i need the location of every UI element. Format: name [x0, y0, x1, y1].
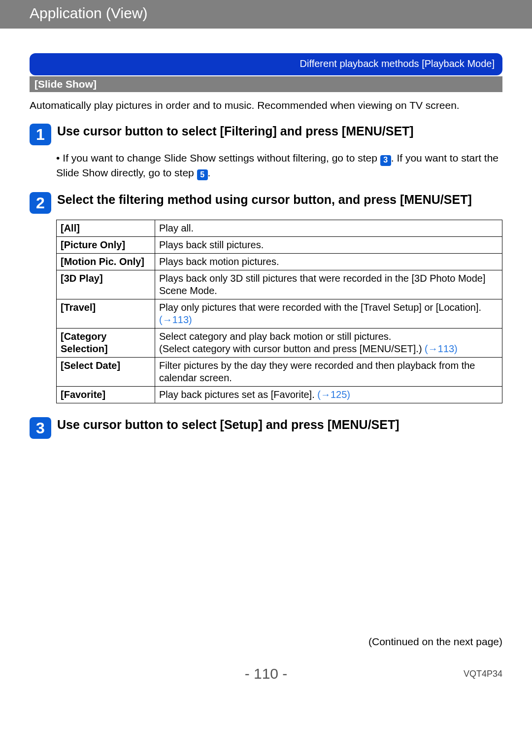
table-row: [All]Play all.	[57, 220, 502, 237]
header-title: Application (View)	[30, 5, 148, 21]
filter-value: Select category and play back motion or …	[155, 329, 502, 358]
step-1-bullet-post: .	[208, 167, 211, 178]
page-ref-link[interactable]: (→113)	[425, 343, 458, 354]
step-3: 3 Use cursor button to select [Setup] an…	[30, 417, 502, 439]
breadcrumb-text: Different playback methods [Playback Mod…	[300, 58, 495, 69]
page-number: - 110 -	[0, 665, 532, 682]
filter-key: [All]	[57, 220, 155, 237]
filter-key: [Category Selection]	[57, 329, 155, 358]
header-bar: Application (View)	[0, 0, 532, 29]
filter-value: Play only pictures that were recorded wi…	[155, 299, 502, 329]
step-3-title: Use cursor button to select [Setup] and …	[57, 417, 502, 432]
table-row: [Picture Only]Plays back still pictures.	[57, 237, 502, 254]
filter-value: Play back pictures set as [Favorite]. (→…	[155, 387, 502, 403]
filter-value: Filter pictures by the day they were rec…	[155, 358, 502, 387]
step-1: 1 Use cursor button to select [Filtering…	[30, 124, 502, 145]
step-1-bullet-pre: If you want to change Slide Show setting…	[63, 152, 380, 164]
section-subbar-text: [Slide Show]	[34, 78, 97, 90]
step-1-bullet: •If you want to change Slide Show settin…	[30, 151, 502, 180]
filter-key: [3D Play]	[57, 270, 155, 299]
filter-key: [Travel]	[57, 299, 155, 329]
filter-value-text: Select category and play back motion or …	[159, 331, 425, 354]
table-row: [3D Play]Plays back only 3D still pictur…	[57, 270, 502, 299]
intro-text: Automatically play pictures in order and…	[30, 99, 502, 112]
filter-methods-table: [All]Play all.[Picture Only]Plays back s…	[56, 220, 502, 403]
page-ref-link[interactable]: (→113)	[159, 314, 192, 325]
step-3-number-badge: 3	[30, 417, 51, 439]
table-row: [Favorite]Play back pictures set as [Fav…	[57, 387, 502, 403]
filter-value-text: Play only pictures that were recorded wi…	[159, 302, 481, 313]
section-subbar: [Slide Show]	[30, 76, 502, 92]
step-2: 2 Select the filtering method using curs…	[30, 192, 502, 214]
filter-value: Play all.	[155, 220, 502, 237]
inline-step-ref-5[interactable]: 5	[197, 169, 208, 180]
filter-value: Plays back motion pictures.	[155, 254, 502, 270]
filter-key: [Picture Only]	[57, 237, 155, 254]
filter-key: [Select Date]	[57, 358, 155, 387]
table-row: [Travel]Play only pictures that were rec…	[57, 299, 502, 329]
page-ref-link[interactable]: (→125)	[317, 389, 350, 400]
continued-note: (Continued on the next page)	[368, 636, 502, 648]
step-2-title: Select the filtering method using cursor…	[57, 192, 502, 207]
table-row: [Category Selection]Select category and …	[57, 329, 502, 358]
table-row: [Select Date]Filter pictures by the day …	[57, 358, 502, 387]
inline-step-ref-3[interactable]: 3	[380, 155, 391, 166]
bullet-dot-icon: •	[56, 152, 63, 164]
breadcrumb-banner: Different playback methods [Playback Mod…	[30, 53, 502, 75]
step-1-title: Use cursor button to select [Filtering] …	[57, 124, 502, 138]
filter-value-text: Play back pictures set as [Favorite].	[159, 389, 317, 400]
filter-key: [Favorite]	[57, 387, 155, 403]
filter-key: [Motion Pic. Only]	[57, 254, 155, 270]
table-row: [Motion Pic. Only]Plays back motion pict…	[57, 254, 502, 270]
filter-value: Plays back still pictures.	[155, 237, 502, 254]
document-id: VQT4P34	[464, 669, 502, 679]
step-2-number-badge: 2	[30, 192, 51, 214]
filter-value: Plays back only 3D still pictures that w…	[155, 270, 502, 299]
step-1-number-badge: 1	[30, 124, 51, 145]
